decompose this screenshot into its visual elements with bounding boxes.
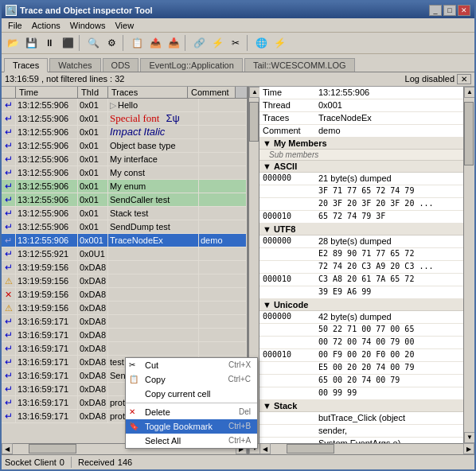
tb-pause[interactable]: ⏸ [41,34,58,52]
table-row[interactable]: ↵ 13:12:55:921 0x0U1 [2,247,247,261]
rp-h-thumb[interactable] [287,444,334,453]
ctx-bookmark-shortcut: Ctrl+B [228,422,251,430]
ctx-sep-1 [126,403,257,403]
col-comment-header[interactable]: Comment [188,87,236,98]
ctx-cut-label: Cut [145,360,158,370]
rp-stack-data3: System.EventArgs e) [259,438,463,443]
tb-search[interactable]: 🔍 [84,34,102,52]
h-scroll-thumb[interactable] [29,444,76,453]
rp-my-members-section[interactable]: ▼ My Members [259,138,463,150]
table-row[interactable]: ↵ 13:19:59:156 0xDA8 [2,261,247,274]
table-row[interactable]: ↵ 13:12:55:906 0x01 My interface [2,153,247,166]
v-scroll-thumb[interactable] [249,102,259,142]
table-row[interactable]: ↵ 13:16:59:171 0xDA8 [2,315,247,329]
rp-scroll-down[interactable]: ▼ [464,432,474,443]
rp-stack-section[interactable]: ▼ Stack [259,400,463,412]
rp-utf8-section[interactable]: ▼ UTF8 [259,224,463,236]
tb-config[interactable]: ⚡ [271,34,288,52]
tb-cut[interactable]: ✂ [227,34,244,52]
tb-save[interactable]: 💾 [22,34,40,52]
scroll-up-button[interactable]: ▲ [249,87,260,98]
menu-windows[interactable]: Windows [65,20,111,31]
rp-ascii-section[interactable]: ▼ ASCII [259,161,463,173]
table-row[interactable]: ↵ 13:12:55:906 0x01 Stack test [2,207,247,220]
table-row[interactable]: ↵ 13:12:55:906 0x01 Object base type [2,139,247,153]
tb-import[interactable]: 📥 [165,34,182,52]
stack-label: Stack [274,401,297,411]
table-row[interactable]: ✕ 13:19:59:156 0xDA8 [2,288,247,302]
table-row[interactable]: ↵ 13:12:55:906 0x01 SendDump test [2,220,247,234]
tab-traces[interactable]: Traces [4,58,48,72]
row-icon: ↵ [5,383,13,395]
ctx-cut-icon: ✂ [129,360,135,369]
v-scrollbar-right[interactable]: ▲ ▼ [463,87,474,443]
table-row[interactable]: ⚠ 13:19:59:156 0xDA8 [2,274,247,288]
log-close-button[interactable]: ✕ [457,74,471,84]
ctx-cut[interactable]: ✂ Cut Ctrl+X [126,358,257,372]
right-panel: Time 13:12:55:906 Thread 0x001 Traces Tr… [259,87,474,454]
tab-tail[interactable]: Tail::WCESCOMM.LOG [244,58,355,72]
table-row[interactable]: ↵ 13:12:55:906 0x001 TraceNodeEx demo [2,234,247,247]
table-row[interactable]: ↵ 13:16:59:171 0xDA8 [2,329,247,342]
table-row[interactable]: ↵ 13:16:59:171 0xDA8 [2,342,247,356]
rp-scroll-left[interactable]: ◀ [259,443,271,454]
ctx-copy-cell[interactable]: Copy current cell [126,387,257,401]
ctx-select-all[interactable]: Select All Ctrl+A [126,434,257,448]
rp-unicode-data1: 50 22 71 00 77 00 65 [259,324,463,337]
rp-ascii-data2: 20 3F 20 3F 20 3F 20 ... [259,198,463,211]
tab-watches[interactable]: Watches [49,58,100,72]
tb-copy[interactable]: 📋 [128,34,146,52]
app-icon: 🔍 [6,5,17,16]
tb-open[interactable]: 📂 [4,34,21,52]
ctx-delete[interactable]: ✕ Delete Del [126,405,257,419]
log-filter: , not filtered lines : 32 [41,74,125,84]
rp-unicode-section[interactable]: ▼ Unicode [259,299,463,311]
tb-net[interactable]: 🌐 [252,34,270,52]
rp-v-thumb[interactable] [464,102,474,165]
menu-view[interactable]: View [110,20,139,31]
row-icon: ↵ [5,247,13,260]
rp-scroll-right[interactable]: ▶ [463,443,474,454]
table-row[interactable]: ↵ 13:12:55:906 0x01 Impact Italic [2,126,247,139]
right-panel-data: Time 13:12:55:906 Thread 0x001 Traces Tr… [259,87,463,443]
rp-v-track [464,98,474,432]
title-bar-text: 🔍 Trace and Object inspector Tool [6,5,153,16]
menu-actions[interactable]: Actions [27,20,65,31]
table-row[interactable]: ↵ 13:12:55:906 0x01 SendCaller test [2,193,247,207]
expand-icon: ▷ [110,100,116,110]
table-row[interactable]: ↵ 13:12:55:906 0x01 ▷Hello [2,99,247,112]
maximize-button[interactable]: □ [443,5,456,16]
tb-link[interactable]: 🔗 [190,34,208,52]
tab-ods[interactable]: ODS [103,58,139,72]
table-row[interactable]: ↵ 13:12:55:906 0x01 My const [2,166,247,180]
log-time-filter: 13:16:59 , not filtered lines : 32 [5,74,124,84]
tb-filter[interactable]: ⚙ [103,34,120,52]
log-time: 13:16:59 [5,74,39,84]
minimize-button[interactable]: _ [429,5,442,16]
rp-scroll-up[interactable]: ▲ [464,87,474,98]
table-row[interactable]: ⚠ 13:19:59:156 0xDA8 [2,302,247,315]
tb-export[interactable]: 📤 [146,34,164,52]
rp-ascii-000000: 000000 21 byte(s) dumped [259,173,463,185]
window-title: Trace and Object inspector Tool [20,6,153,15]
ctx-toggle-bookmark[interactable]: 🔖 Toggle Bookmark Ctrl+B [126,419,257,434]
ctx-copy[interactable]: 📋 Copy Ctrl+C [126,372,257,387]
col-thid-header[interactable]: ThId [78,87,108,98]
ctx-select-all-label: Select All [145,436,181,446]
tb-run[interactable]: ⚡ [209,34,226,52]
table-row[interactable]: ↵ 13:12:55:906 0x01 My enum [2,180,247,193]
close-button[interactable]: ✕ [458,5,470,16]
rp-unicode-000010: 000010 00 F9 00 20 F0 00 20 [259,349,463,362]
col-time-header[interactable]: Time [16,87,78,98]
menu-file[interactable]: File [3,20,27,31]
h-scrollbar-right[interactable]: ◀ ▶ [259,443,474,454]
ctx-bookmark-label: Toggle Bookmark [145,422,213,431]
rp-h-track [271,443,463,454]
scroll-left-button[interactable]: ◀ [2,443,13,454]
tab-eventlog[interactable]: EventLog::Application [140,58,242,72]
received-num: 146 [118,457,132,467]
title-bar: 🔍 Trace and Object inspector Tool _ □ ✕ [2,2,474,18]
tb-stop[interactable]: ⬛ [59,34,76,52]
col-traces-header[interactable]: Traces [108,87,188,98]
table-row[interactable]: ↵ 13:12:55:906 0x01 Special font Σψ [2,112,247,126]
